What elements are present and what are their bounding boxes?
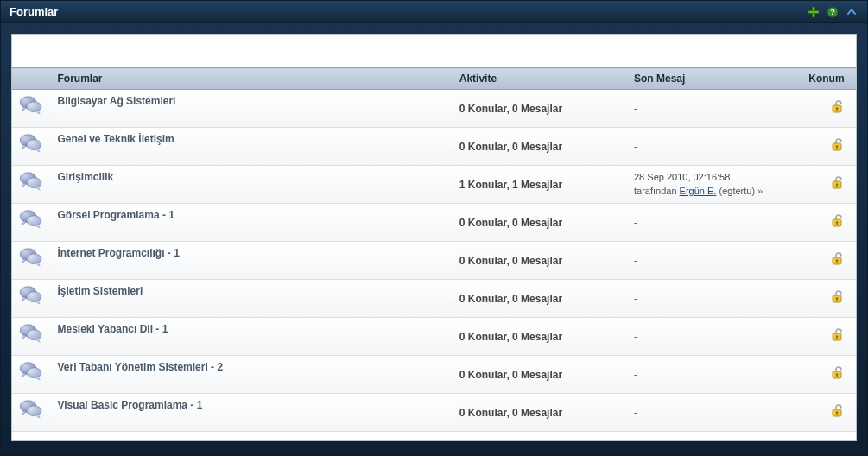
speech-bubbles-icon xyxy=(19,95,43,116)
last-post-empty: - xyxy=(634,369,637,379)
forum-icon xyxy=(12,204,51,242)
forum-name-cell: Veri Tabanı Yönetim Sistemleri - 2 xyxy=(51,356,453,394)
lock-open-icon xyxy=(830,252,844,269)
lock-open-icon xyxy=(830,366,844,383)
svg-point-35 xyxy=(27,330,41,340)
last-post-user-link[interactable]: Ergün E. xyxy=(680,186,717,196)
speech-bubbles-icon xyxy=(19,171,43,192)
forums-panel: Forumlar ? Forumlar Aktivite Son Mesaj xyxy=(0,0,868,456)
forum-status-cell xyxy=(801,280,856,318)
forum-link[interactable]: Visual Basic Programlama - 1 xyxy=(58,399,203,411)
last-post-empty: - xyxy=(634,255,637,265)
last-post-empty: - xyxy=(634,331,637,341)
svg-point-25 xyxy=(27,254,41,264)
help-icon[interactable]: ? xyxy=(826,5,839,19)
table-row: İşletim Sistemleri0 Konular, 0 Mesajlar- xyxy=(12,280,856,318)
forum-activity: 0 Konular, 0 Mesajlar xyxy=(453,204,627,242)
forum-status-cell xyxy=(801,166,856,204)
svg-rect-18 xyxy=(836,185,837,187)
speech-bubbles-icon xyxy=(19,361,43,382)
col-last-header[interactable]: Son Mesaj xyxy=(627,68,801,90)
table-row: Girişimcilik1 Konular, 1 Mesajlar28 Sep … xyxy=(12,166,856,204)
add-icon[interactable] xyxy=(807,5,820,19)
forum-status-cell xyxy=(801,318,856,356)
speech-bubbles-icon xyxy=(19,209,43,230)
forum-link[interactable]: İşletim Sistemleri xyxy=(58,285,143,297)
forum-link[interactable]: Görsel Programlama - 1 xyxy=(58,209,174,221)
last-post-empty: - xyxy=(634,103,637,113)
forum-icon xyxy=(12,280,51,318)
forum-name-cell: Görsel Programlama - 1 xyxy=(51,204,453,242)
forum-icon xyxy=(12,356,51,394)
svg-rect-33 xyxy=(836,299,837,301)
forum-last-post: - xyxy=(627,394,801,432)
col-status-header[interactable]: Konum xyxy=(801,68,856,90)
forum-link[interactable]: Bilgisayar Ağ Sistemleri xyxy=(58,95,176,107)
forum-name-cell: Bilgisayar Ağ Sistemleri xyxy=(51,90,453,128)
forum-last-post: 28 Sep 2010, 02:16:58tarafından Ergün E.… xyxy=(627,166,801,204)
svg-point-40 xyxy=(27,368,41,378)
forum-icon xyxy=(12,90,51,128)
speech-bubbles-icon xyxy=(19,247,43,268)
table-row: Mesleki Yabancı Dil - 10 Konular, 0 Mesa… xyxy=(12,318,856,356)
speech-bubbles-icon xyxy=(19,323,43,344)
forum-status-cell xyxy=(801,90,856,128)
forum-last-post: - xyxy=(627,318,801,356)
svg-rect-48 xyxy=(836,413,837,415)
forum-link[interactable]: Girişimcilik xyxy=(58,171,114,183)
panel-header: Forumlar ? xyxy=(1,1,867,23)
last-post-empty: - xyxy=(634,217,637,227)
last-post-byline: tarafından Ergün E. (egtertu) » xyxy=(634,185,795,198)
forum-activity: 0 Konular, 0 Mesajlar xyxy=(453,90,627,128)
table-row: Veri Tabanı Yönetim Sistemleri - 20 Konu… xyxy=(12,356,856,394)
forum-icon xyxy=(12,394,51,432)
forum-link[interactable]: Genel ve Teknik İletişim xyxy=(58,133,174,145)
last-post-empty: - xyxy=(634,141,637,151)
svg-point-5 xyxy=(27,102,41,112)
forum-name-cell: Genel ve Teknik İletişim xyxy=(51,128,453,166)
forum-status-cell xyxy=(801,356,856,394)
table-row: Genel ve Teknik İletişim0 Konular, 0 Mes… xyxy=(12,128,856,166)
collapse-icon[interactable] xyxy=(845,5,858,19)
forum-last-post: - xyxy=(627,356,801,394)
forum-last-post: - xyxy=(627,280,801,318)
table-row: Visual Basic Programlama - 10 Konular, 0… xyxy=(12,394,856,432)
last-post-date: 28 Sep 2010, 02:16:58 xyxy=(634,171,795,184)
forum-last-post: - xyxy=(627,204,801,242)
col-activity-header[interactable]: Aktivite xyxy=(453,68,627,90)
svg-rect-28 xyxy=(836,261,837,263)
last-post-by-label: tarafından xyxy=(634,186,677,196)
forum-link[interactable]: Veri Tabanı Yönetim Sistemleri - 2 xyxy=(58,361,224,373)
forum-link[interactable]: İnternet Programcılığı - 1 xyxy=(58,247,180,259)
forum-activity: 1 Konular, 1 Mesajlar xyxy=(453,166,627,204)
last-post-empty: - xyxy=(634,407,637,417)
forum-icon xyxy=(12,128,51,166)
lock-open-icon xyxy=(830,290,844,307)
lock-open-icon xyxy=(830,176,844,193)
forum-icon xyxy=(12,318,51,356)
forum-icon xyxy=(12,166,51,204)
forum-link[interactable]: Mesleki Yabancı Dil - 1 xyxy=(58,323,168,335)
forums-table: Forumlar Aktivite Son Mesaj Konum Bilgis… xyxy=(12,67,856,432)
svg-point-20 xyxy=(27,216,41,226)
lock-open-icon xyxy=(830,328,844,345)
forum-name-cell: Mesleki Yabancı Dil - 1 xyxy=(51,318,453,356)
forum-status-cell xyxy=(801,204,856,242)
forum-activity: 0 Konular, 0 Mesajlar xyxy=(453,394,627,432)
svg-rect-23 xyxy=(836,223,837,225)
speech-bubbles-icon xyxy=(19,285,43,306)
svg-point-45 xyxy=(27,406,41,416)
forum-last-post: - xyxy=(627,90,801,128)
svg-rect-38 xyxy=(836,337,837,339)
svg-text:?: ? xyxy=(830,8,835,16)
panel-header-actions: ? xyxy=(807,5,858,19)
panel-title: Forumlar xyxy=(10,5,58,18)
speech-bubbles-icon xyxy=(19,399,43,420)
forum-status-cell xyxy=(801,128,856,166)
col-forum-header[interactable]: Forumlar xyxy=(51,68,453,90)
svg-point-15 xyxy=(27,178,41,188)
forum-status-cell xyxy=(801,242,856,280)
svg-rect-13 xyxy=(836,147,837,149)
panel-top-spacer xyxy=(12,35,856,67)
lock-open-icon xyxy=(830,100,844,117)
